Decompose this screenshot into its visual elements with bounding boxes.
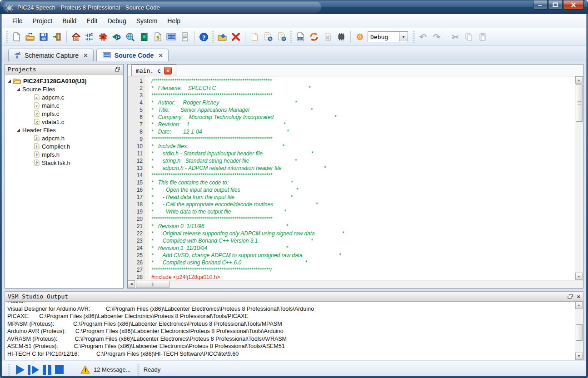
line-number: 3 (128, 92, 143, 99)
open-project-button[interactable] (23, 30, 37, 44)
tree-item[interactable]: .cadpcm.c (5, 93, 123, 101)
code-line: /***************************************… (151, 77, 575, 85)
expander-icon[interactable] (17, 88, 20, 91)
menu-edit[interactable]: Edit (81, 16, 102, 26)
project-notes-button[interactable] (178, 30, 192, 44)
scroll-left-icon[interactable]: ◀ (128, 280, 135, 288)
undo-button[interactable]: ↶ (416, 30, 430, 44)
close-file-icon[interactable]: × (164, 67, 172, 75)
menu-project[interactable]: Project (28, 16, 58, 26)
close-tab-icon[interactable]: × (159, 51, 163, 59)
add-source-file-button[interactable] (261, 30, 275, 44)
tree-item[interactable]: .hmpfs.h (5, 150, 123, 159)
tree-item[interactable]: .cmpfs.c (5, 109, 123, 118)
maximize-button[interactable] (548, 0, 563, 10)
editor-vscroll-thumb[interactable] (576, 85, 583, 122)
scroll-down-icon[interactable]: ▼ (575, 353, 583, 360)
tree-item[interactable]: Header Files (5, 126, 123, 134)
new-source-file-button[interactable] (248, 30, 261, 44)
source-code-button[interactable]: 0101 (164, 30, 178, 44)
tab-source-code[interactable]: 0101 Source Code × (96, 49, 169, 61)
remove-source-file-button[interactable] (275, 30, 289, 44)
tree-item[interactable]: .cvdata1.c (5, 118, 123, 126)
pause-simulation-icon[interactable] (43, 365, 51, 375)
editor-horizontal-scrollbar[interactable]: ◀ (128, 280, 583, 288)
step-simulation-icon[interactable] (28, 365, 39, 375)
build-config-dropdown[interactable]: Debug ▼ (368, 31, 408, 42)
float-panel-icon[interactable] (115, 67, 120, 72)
home-button[interactable] (69, 30, 83, 44)
source-browser-button[interactable] (137, 30, 151, 44)
paste-button[interactable] (476, 30, 489, 44)
editor-tab-main-c[interactable]: main. c × (131, 65, 176, 76)
tree-item-label: Compiler.h (42, 143, 70, 150)
float-panel-icon[interactable] (568, 294, 573, 299)
tree-item[interactable]: Source Files (5, 85, 123, 93)
menu-help[interactable]: Help (162, 16, 185, 26)
line-number: 23 (128, 237, 143, 244)
import-project-button[interactable] (50, 30, 64, 44)
rebuild-button[interactable] (307, 30, 321, 44)
tab-schematic-capture[interactable]: Schematic Capture × (8, 49, 94, 61)
scroll-up-icon[interactable]: ▲ (575, 76, 583, 84)
editor-vertical-scrollbar[interactable]: ▲ ▼ (575, 76, 583, 280)
close-project-button[interactable] (229, 30, 243, 44)
output-vertical-scrollbar[interactable]: ▲ ▼ (575, 302, 583, 360)
tree-item[interactable]: .hadpcm.h (5, 134, 123, 142)
svg-text:.h: .h (35, 153, 39, 157)
design-explorer-button[interactable] (124, 30, 137, 44)
debug-chip-button[interactable] (334, 30, 348, 44)
line-number: 25 (128, 252, 143, 259)
tree-item[interactable]: .hStackTsk.h (5, 159, 123, 167)
tree-item-label: adpcm.c (42, 94, 64, 101)
tree-item-label: PIC24FJ128GA010(U3) (23, 78, 86, 85)
projects-panel-header: Projects (5, 65, 123, 75)
output-vscroll-thumb[interactable] (576, 324, 583, 341)
cut-button[interactable]: ✂ (448, 30, 462, 44)
tree-item[interactable]: .cmain.c (5, 101, 123, 109)
menu-build[interactable]: Build (57, 16, 81, 26)
tab-label: Source Code (115, 52, 154, 59)
code-area[interactable]: /***************************************… (149, 76, 575, 280)
settings-gear-icon[interactable]: ⚙ (353, 30, 367, 44)
scroll-down-icon[interactable]: ▼ (575, 273, 583, 280)
close-tab-icon[interactable]: × (84, 51, 88, 59)
copy-button[interactable] (462, 30, 476, 44)
code-line: * Compiled using Borland C++ 6.0 * (151, 259, 575, 266)
chevron-down-icon[interactable]: ▼ (399, 32, 408, 41)
close-button[interactable] (563, 0, 584, 10)
close-panel-icon[interactable]: × (577, 293, 580, 300)
minimize-button[interactable] (533, 0, 548, 10)
expander-icon[interactable] (8, 80, 11, 83)
expander-icon[interactable] (17, 129, 20, 132)
scroll-up-icon[interactable]: ▲ (575, 302, 583, 309)
stop-simulation-icon[interactable] (55, 365, 64, 374)
3d-viewer-button[interactable] (110, 30, 124, 44)
menu-debug[interactable]: Debug (102, 16, 131, 26)
menu-file[interactable]: File (7, 16, 28, 26)
messages-label: 12 Message... (94, 366, 131, 373)
file-icon: .c (34, 102, 40, 109)
line-number: 2 (128, 85, 143, 92)
code-line: * Compiled with Borland C++ Version 3.1 … (151, 237, 575, 244)
tree-item[interactable]: .hCompiler.h (5, 142, 123, 150)
clean-button[interactable] (321, 30, 334, 44)
vsm-output-panel: VSM Studio Output × Found:Visual Designe… (5, 291, 583, 360)
line-number: 1 (128, 77, 143, 85)
build-button[interactable]: 010 (294, 30, 307, 44)
save-project-button[interactable] (37, 30, 50, 44)
pcb-layout-button[interactable] (96, 30, 110, 44)
redo-button[interactable]: ↷ (430, 30, 443, 44)
bill-of-materials-button[interactable]: $ (151, 30, 164, 44)
menu-system[interactable]: System (131, 16, 163, 26)
line-number: 19 (128, 208, 143, 215)
add-project-button[interactable] (215, 30, 229, 44)
messages-button[interactable]: ! 12 Message... (80, 365, 131, 374)
new-document-button[interactable] (10, 30, 23, 44)
tree-item[interactable]: PIC24FJ128GA010(U3) (5, 77, 123, 85)
run-simulation-icon[interactable] (16, 365, 25, 375)
help-button[interactable]: ? (197, 30, 210, 44)
schematic-capture-button[interactable] (83, 30, 96, 44)
code-line: * - Write data to the output file * (151, 208, 575, 215)
editor-hscroll-thumb[interactable] (136, 281, 169, 288)
